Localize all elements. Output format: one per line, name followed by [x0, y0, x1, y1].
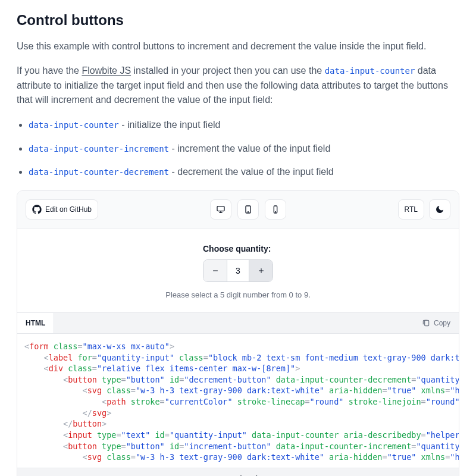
- section-heading: Control buttons: [17, 12, 459, 29]
- mobile-icon: [271, 205, 280, 214]
- moon-icon: [435, 205, 444, 214]
- text-fragment: If you have the: [17, 65, 82, 76]
- inline-code: data-input-counter-decrement: [29, 167, 169, 177]
- svg-point-2: [248, 212, 248, 212]
- expand-code-button[interactable]: Expand code: [17, 468, 459, 476]
- github-icon: [32, 205, 42, 214]
- code-line: <button type="button" id="decrement-butt…: [24, 374, 455, 386]
- text-fragment: - decrement the value of the input field: [169, 167, 334, 177]
- clipboard-icon: [422, 319, 430, 327]
- code-tab-row: HTML Copy: [17, 312, 459, 333]
- viewport-desktop-button[interactable]: [210, 199, 231, 220]
- plus-icon: [258, 267, 265, 274]
- code-line: <path stroke="currentColor" stroke-linec…: [24, 396, 455, 408]
- decrement-button[interactable]: [203, 260, 227, 281]
- text-fragment: - initialize the input field: [119, 120, 221, 130]
- button-label: Copy: [434, 319, 450, 327]
- code-line: <svg class="w-3 h-3 text-gray-900 dark:t…: [24, 385, 455, 396]
- helper-text: Please select a 5 digit number from 0 to…: [165, 290, 311, 299]
- copy-button[interactable]: Copy: [414, 313, 459, 333]
- demo-card: Edit on GitHub RTL: [17, 190, 459, 476]
- desktop-icon: [216, 205, 226, 214]
- list-item: data-input-counter - initialize the inpu…: [29, 117, 459, 133]
- quantity-input[interactable]: 3: [227, 260, 249, 281]
- code-line: <svg class="w-3 h-3 text-gray-900 dark:t…: [24, 452, 455, 463]
- viewport-mobile-button[interactable]: [265, 199, 286, 220]
- code-line: </svg>: [24, 408, 455, 419]
- intro-paragraph: Use this example with control buttons to…: [17, 39, 459, 54]
- html-tab[interactable]: HTML: [17, 313, 54, 333]
- code-block: <form class="max-w-xs mx-auto"> <label f…: [17, 333, 459, 468]
- attribute-list: data-input-counter - initialize the inpu…: [17, 117, 459, 180]
- code-line: <div class="relative flex items-center m…: [24, 363, 455, 374]
- text-fragment: - increment the value of the input field: [169, 143, 330, 154]
- demo-toolbar: Edit on GitHub RTL: [17, 191, 459, 228]
- code-line: <input type="text" id="quantity-input" d…: [24, 430, 455, 441]
- increment-button[interactable]: [249, 260, 273, 281]
- flowbite-js-link[interactable]: Flowbite JS: [82, 65, 131, 76]
- text-fragment: installed in your project then you can u…: [131, 65, 325, 76]
- tablet-icon: [243, 205, 253, 214]
- quantity-label: Choose quantity:: [203, 244, 273, 253]
- button-label: RTL: [405, 205, 418, 214]
- inline-code: data-input-counter: [29, 120, 119, 130]
- list-item: data-input-counter-increment - increment…: [29, 141, 459, 156]
- button-label: Edit on GitHub: [45, 205, 92, 214]
- code-line: <button type="button" id="increment-butt…: [24, 441, 455, 452]
- dark-mode-toggle-button[interactable]: [429, 199, 450, 220]
- setup-paragraph: If you have the Flowbite JS installed in…: [17, 64, 459, 108]
- example-preview: Choose quantity: 3 Please select a 5 dig…: [17, 228, 459, 312]
- svg-rect-0: [217, 206, 224, 211]
- code-line: </button>: [24, 418, 455, 430]
- minus-icon: [212, 267, 219, 274]
- viewport-tablet-button[interactable]: [237, 199, 259, 220]
- list-item: data-input-counter-decrement - decrement…: [29, 164, 459, 180]
- edit-on-github-button[interactable]: Edit on GitHub: [26, 199, 98, 220]
- inline-code: data-input-counter-increment: [29, 144, 169, 154]
- rtl-toggle-button[interactable]: RTL: [398, 199, 424, 220]
- quantity-stepper: 3: [203, 259, 273, 282]
- code-line: <label for="quantity-input" class="block…: [24, 352, 455, 364]
- svg-rect-5: [425, 320, 429, 325]
- inline-code: data-input-counter: [325, 66, 415, 76]
- svg-point-4: [275, 212, 275, 212]
- code-line: <form class="max-w-xs mx-auto">: [24, 341, 455, 352]
